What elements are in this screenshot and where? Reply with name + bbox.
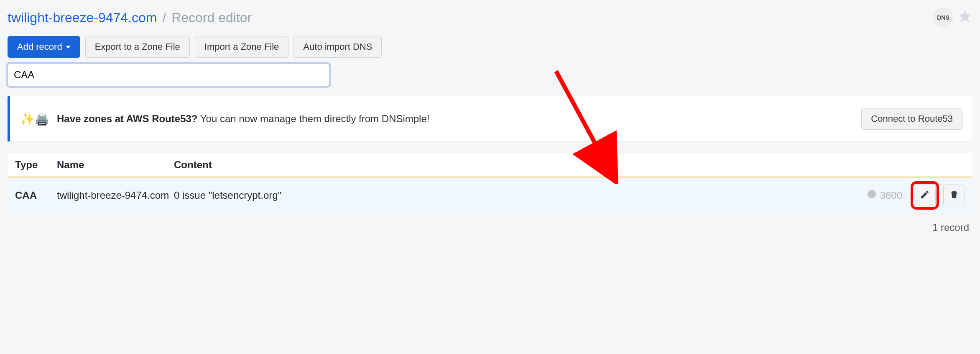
banner-message: ✨🖨️ Have zones at AWS Route53? You can n… bbox=[20, 112, 429, 126]
toolbar: Add record Export to a Zone File Import … bbox=[8, 36, 972, 58]
table-header: Type Name Content bbox=[8, 153, 972, 177]
connect-route53-button[interactable]: Connect to Route53 bbox=[861, 108, 962, 130]
export-zone-button[interactable]: Export to a Zone File bbox=[85, 36, 190, 58]
breadcrumb-page: Record editor bbox=[171, 10, 252, 25]
breadcrumb: twilight-breeze-9474.com / Record editor bbox=[8, 10, 252, 26]
cell-ttl: 3600 bbox=[835, 189, 902, 202]
trash-icon bbox=[949, 190, 959, 201]
col-name: Name bbox=[57, 159, 174, 171]
route53-banner: ✨🖨️ Have zones at AWS Route53? You can n… bbox=[8, 96, 972, 141]
cell-content: 0 issue "letsencrypt.org" bbox=[174, 190, 835, 201]
search-input[interactable] bbox=[8, 64, 329, 86]
topbar: twilight-breeze-9474.com / Record editor… bbox=[8, 8, 972, 28]
col-type: Type bbox=[15, 159, 57, 171]
records-table: Type Name Content CAA twilight-breeze-94… bbox=[8, 153, 972, 213]
table-row[interactable]: CAA twilight-breeze-9474.com 0 issue "le… bbox=[8, 177, 972, 213]
col-content: Content bbox=[174, 159, 835, 171]
add-record-label: Add record bbox=[17, 41, 62, 52]
banner-strong-text: Have zones at AWS Route53? bbox=[57, 113, 198, 124]
ttl-value: 3600 bbox=[880, 190, 902, 201]
sparkle-printer-icon: ✨🖨️ bbox=[20, 112, 49, 126]
star-icon[interactable] bbox=[957, 9, 972, 26]
breadcrumb-domain-link[interactable]: twilight-breeze-9474.com bbox=[8, 10, 157, 25]
dns-chip[interactable]: DNS bbox=[933, 8, 953, 28]
banner-rest-text: You can now manage them directly from DN… bbox=[198, 113, 430, 124]
auto-import-dns-button[interactable]: Auto import DNS bbox=[293, 36, 382, 58]
search-container bbox=[8, 64, 329, 86]
record-count: 1 record bbox=[8, 213, 972, 235]
pencil-icon bbox=[920, 190, 930, 201]
chevron-down-icon bbox=[66, 46, 71, 49]
add-record-button[interactable]: Add record bbox=[8, 36, 80, 58]
delete-record-button[interactable] bbox=[943, 185, 965, 206]
breadcrumb-separator: / bbox=[162, 10, 166, 25]
cell-type: CAA bbox=[15, 190, 57, 201]
top-right-controls: DNS bbox=[933, 8, 972, 28]
cell-name: twilight-breeze-9474.com bbox=[57, 190, 174, 201]
clock-icon bbox=[867, 189, 877, 202]
edit-record-button[interactable] bbox=[914, 185, 936, 206]
import-zone-button[interactable]: Import a Zone File bbox=[195, 36, 289, 58]
